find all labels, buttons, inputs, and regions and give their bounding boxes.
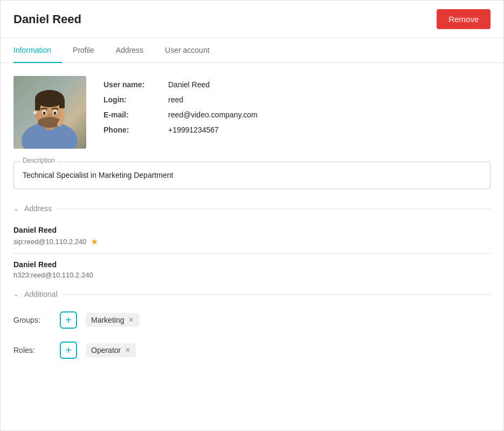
roles-label: Roles:: [13, 346, 51, 354]
add-role-button[interactable]: +: [60, 342, 77, 359]
phone-row: Phone: +19991234567: [103, 126, 491, 134]
description-label: Description: [20, 157, 57, 164]
phone-value: +19991234567: [168, 126, 219, 134]
additional-chevron-icon: ⌄: [13, 290, 19, 298]
address-item-2: Daniel Reed h323:reed@10.110.2.240: [13, 254, 491, 286]
page-title: Daniel Reed: [13, 12, 81, 26]
address-section-header: ⌄ Address: [13, 204, 491, 213]
username-row: User name: Daniel Reed: [103, 80, 491, 89]
additional-section-title: Additional: [24, 290, 58, 298]
avatar-svg: [13, 76, 86, 149]
additional-section-header: ⌄ Additional: [13, 290, 491, 298]
address-chevron-icon: ⌄: [13, 205, 19, 212]
remove-group-button[interactable]: ×: [128, 316, 133, 324]
svg-point-12: [33, 111, 37, 114]
group-tag-marketing: Marketing ×: [86, 313, 139, 327]
tab-address[interactable]: Address: [105, 38, 154, 63]
additional-divider: [63, 294, 491, 295]
address-sip-1: sip:reed@10.110.2.240 ★: [13, 237, 491, 247]
role-tag-operator: Operator ×: [86, 343, 136, 357]
tabs-bar: Information Profile Address User account: [1, 38, 503, 63]
content-area: User name: Daniel Reed Login: reed E-mai…: [1, 63, 503, 378]
address-divider: [57, 208, 491, 209]
svg-rect-6: [59, 99, 65, 108]
remove-role-button[interactable]: ×: [125, 346, 130, 354]
address-sip-text-1: sip:reed@10.110.2.240: [13, 238, 86, 246]
group-tag-label: Marketing: [91, 316, 124, 324]
star-icon: ★: [91, 237, 98, 247]
svg-rect-5: [35, 99, 40, 110]
description-text: Technical Specialist in Marketing Depart…: [23, 171, 173, 179]
avatar: [13, 76, 86, 149]
address-section-title: Address: [24, 204, 52, 213]
email-value: reed@video.company.com: [168, 110, 258, 119]
username-value: Daniel Reed: [168, 80, 210, 89]
address-item: Daniel Reed sip:reed@10.110.2.240 ★: [13, 219, 491, 254]
email-label: E-mail:: [103, 110, 168, 119]
page-container: Daniel Reed Remove Information Profile A…: [0, 0, 504, 431]
phone-label: Phone:: [103, 126, 168, 134]
address-sip-2: h323:reed@10.110.2.240: [13, 271, 491, 279]
add-role-icon: +: [65, 345, 72, 356]
role-tag-label: Operator: [91, 346, 121, 354]
tab-information[interactable]: Information: [13, 38, 62, 63]
svg-point-10: [54, 112, 57, 115]
login-row: Login: reed: [103, 95, 491, 104]
additional-section: ⌄ Additional Groups: + Marketing × Roles…: [13, 290, 491, 365]
roles-row: Roles: + Operator ×: [13, 335, 491, 365]
address-sip-text-2: h323:reed@10.110.2.240: [13, 271, 93, 279]
add-group-icon: +: [65, 315, 72, 325]
address-list: ⌄ Address Daniel Reed sip:reed@10.110.2.…: [13, 204, 491, 286]
tab-user-account[interactable]: User account: [154, 38, 220, 63]
address-name-1: Daniel Reed: [13, 226, 491, 234]
login-label: Login:: [103, 95, 168, 104]
add-group-button[interactable]: +: [60, 311, 77, 329]
email-row: E-mail: reed@video.company.com: [103, 110, 491, 119]
description-box: Description Technical Specialist in Mark…: [13, 162, 491, 189]
tab-profile[interactable]: Profile: [62, 38, 105, 63]
address-name-2: Daniel Reed: [13, 260, 491, 269]
remove-button[interactable]: Remove: [437, 9, 491, 29]
svg-point-9: [43, 112, 46, 115]
groups-row: Groups: + Marketing ×: [13, 305, 491, 335]
avatar-image: [13, 76, 86, 149]
page-header: Daniel Reed Remove: [1, 1, 503, 38]
info-section: User name: Daniel Reed Login: reed E-mai…: [13, 76, 491, 149]
login-value: reed: [168, 95, 183, 104]
info-fields: User name: Daniel Reed Login: reed E-mai…: [103, 76, 491, 149]
username-label: User name:: [103, 80, 168, 89]
groups-label: Groups:: [13, 316, 51, 324]
